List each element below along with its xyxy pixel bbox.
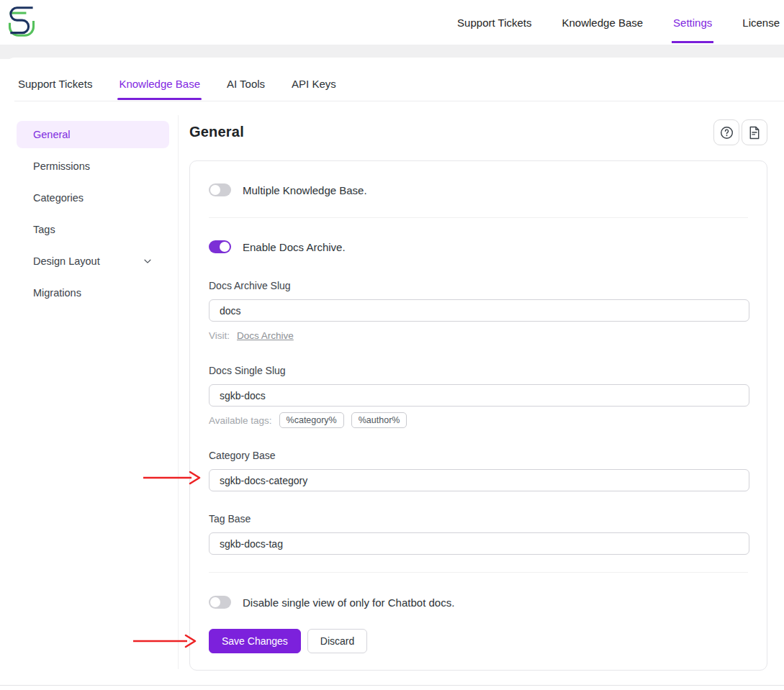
admin-background-strip xyxy=(0,45,784,59)
sidebar-item-label: Tags xyxy=(33,224,55,235)
multiple-kb-label: Multiple Knowledge Base. xyxy=(243,184,367,196)
disable-single-view-label: Disable single view of only for Chatbot … xyxy=(243,596,454,609)
tag-chip-author[interactable]: %author% xyxy=(351,412,407,428)
tag-base-label: Tag Base xyxy=(209,513,251,525)
top-nav-knowledge-base[interactable]: Knowledge Base xyxy=(561,2,645,43)
category-base-input[interactable] xyxy=(209,469,749,491)
docs-archive-slug-label: Docs Archive Slug xyxy=(209,280,291,291)
page-bottom-divider xyxy=(0,685,784,686)
tab-ai-tools[interactable]: AI Tools xyxy=(225,71,266,100)
toggle-knob xyxy=(210,597,220,607)
sidebar-item-tags[interactable]: Tags xyxy=(17,216,169,243)
help-button[interactable] xyxy=(713,119,739,145)
sidebar-item-design-layout[interactable]: Design Layout xyxy=(17,248,169,275)
annotation-arrow-save-button xyxy=(131,632,199,650)
top-nav-support-tickets[interactable]: Support Tickets xyxy=(456,2,533,43)
tab-api-keys[interactable]: API Keys xyxy=(290,71,338,100)
tag-chip-category[interactable]: %category% xyxy=(279,412,344,428)
docs-single-slug-input[interactable] xyxy=(209,384,749,407)
toggle-knob xyxy=(220,242,230,252)
sidebar-item-label: Design Layout xyxy=(33,255,100,267)
sidebar-item-label: Migrations xyxy=(33,287,81,299)
discard-button[interactable]: Discard xyxy=(307,629,367,653)
top-bar: Support Tickets Knowledge Base Settings … xyxy=(0,0,784,45)
tab-knowledge-base[interactable]: Knowledge Base xyxy=(117,71,202,100)
general-settings-card: Multiple Knowledge Base. Enable Docs Arc… xyxy=(189,160,767,671)
sidebar-item-label: Categories xyxy=(33,192,84,204)
sidebar-item-label: General xyxy=(33,129,71,140)
sidebar-item-label: Permissions xyxy=(33,160,90,172)
page-title: General xyxy=(189,124,244,140)
available-tags-line: Available tags: %category% %author% xyxy=(209,412,407,428)
available-tags-label: Available tags: xyxy=(209,415,272,426)
section-divider xyxy=(209,572,748,573)
sidebar-item-categories[interactable]: Categories xyxy=(17,184,169,212)
top-navigation: Support Tickets Knowledge Base Settings … xyxy=(456,0,781,45)
document-icon xyxy=(748,126,761,140)
docs-single-slug-label: Docs Single Slug xyxy=(209,365,286,376)
visit-prefix: Visit: xyxy=(209,330,230,341)
top-nav-settings[interactable]: Settings xyxy=(672,2,713,43)
docs-button[interactable] xyxy=(742,119,767,145)
tab-support-tickets[interactable]: Support Tickets xyxy=(17,71,94,100)
save-changes-button[interactable]: Save Changes xyxy=(209,629,301,653)
top-nav-license[interactable]: License xyxy=(741,2,781,43)
enable-docs-archive-toggle[interactable] xyxy=(209,240,231,253)
form-actions: Save Changes Discard xyxy=(209,629,367,653)
enable-docs-archive-row: Enable Docs Archive. xyxy=(209,234,346,260)
help-icon xyxy=(720,126,734,140)
sidebar-divider xyxy=(178,115,179,669)
multiple-kb-toggle[interactable] xyxy=(209,183,231,196)
settings-page: Support Tickets Knowledge Base Settings … xyxy=(0,0,784,690)
tabbar-divider xyxy=(14,101,784,101)
visit-line: Visit: Docs Archive xyxy=(209,330,294,341)
docs-archive-link[interactable]: Docs Archive xyxy=(237,330,294,341)
sidebar-item-permissions[interactable]: Permissions xyxy=(17,153,169,180)
docs-archive-slug-input[interactable] xyxy=(209,299,749,322)
disable-single-view-toggle[interactable] xyxy=(209,596,231,609)
sidebar-item-general[interactable]: General xyxy=(17,121,169,148)
disable-single-view-row: Disable single view of only for Chatbot … xyxy=(209,589,454,615)
brand-logo-icon xyxy=(6,4,37,40)
tag-base-input[interactable] xyxy=(209,532,749,555)
section-divider xyxy=(209,217,748,218)
toggle-knob xyxy=(210,185,220,195)
settings-sidebar: General Permissions Categories Tags Desi… xyxy=(17,121,169,311)
settings-tabbar: Support Tickets Knowledge Base AI Tools … xyxy=(17,71,338,100)
enable-docs-archive-label: Enable Docs Archive. xyxy=(243,241,346,253)
multiple-kb-row: Multiple Knowledge Base. xyxy=(209,177,367,203)
annotation-arrow-category-base xyxy=(141,469,203,486)
chevron-down-icon xyxy=(143,256,153,266)
category-base-label: Category Base xyxy=(209,450,276,461)
sidebar-item-migrations[interactable]: Migrations xyxy=(17,279,169,307)
